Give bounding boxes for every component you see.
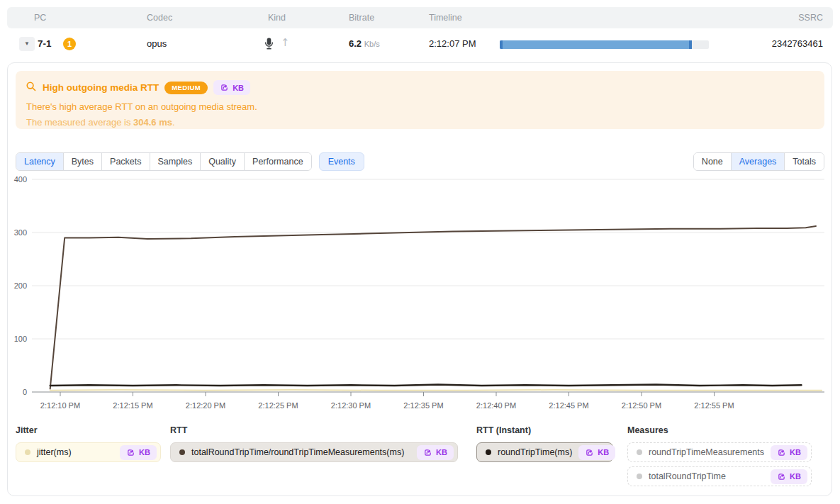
measurements-kb-button[interactable]: KB: [771, 445, 807, 460]
column-header-codec: Codec: [147, 7, 172, 28]
tab-packets[interactable]: Packets: [102, 153, 150, 170]
series-color-dot: [25, 449, 30, 455]
legend-item-rtt-average[interactable]: totalRoundTripTime/roundTripTimeMeasurem…: [170, 442, 458, 462]
chart-toolbar: Latency Bytes Packets Samples Quality Pe…: [16, 152, 824, 171]
issue-count-badge: 1: [63, 38, 76, 50]
codec-value: opus: [147, 38, 167, 49]
series-color-dot: [179, 449, 185, 455]
x-tick-label: 2:12:15 PM: [113, 401, 152, 410]
legend-group-jitter: Jitter jitter(ms) KB: [16, 425, 161, 466]
legend-title: Measures: [627, 425, 812, 435]
alert-kb-button[interactable]: KB: [213, 80, 250, 95]
series-color-dot: [486, 449, 491, 455]
latency-chart: 40030020010002:12:10 PM2:12:15 PM2:12:20…: [0, 174, 840, 418]
metric-tab-group: Latency Bytes Packets Samples Quality Pe…: [16, 152, 312, 171]
tab-totals[interactable]: Totals: [785, 153, 824, 170]
alert-title: High outgoing media RTT: [43, 82, 159, 93]
legend-title: RTT: [170, 425, 458, 435]
x-tick-label: 2:12:40 PM: [476, 401, 516, 410]
column-header-bitrate: Bitrate: [349, 7, 374, 28]
tab-performance[interactable]: Performance: [245, 153, 311, 170]
series-color-dot: [637, 474, 642, 479]
tab-events[interactable]: Events: [319, 152, 364, 171]
legend-item-rtt-measurements[interactable]: roundTripTimeMeasurements KB: [627, 442, 812, 462]
tab-samples[interactable]: Samples: [150, 153, 201, 170]
share-icon: [220, 83, 229, 92]
legend-title: RTT (Instant): [476, 425, 613, 435]
legend-item-label: roundTripTimeMeasurements: [649, 447, 764, 457]
share-icon: [777, 472, 786, 481]
timeline-timestamp: 2:12:07 PM: [429, 38, 476, 49]
share-icon: [423, 448, 432, 457]
series-rtt-instant[interactable]: [50, 385, 802, 386]
severity-badge: MEDIUM: [164, 82, 208, 94]
x-tick-label: 2:12:10 PM: [40, 401, 80, 410]
x-tick-label: 2:12:20 PM: [186, 401, 225, 410]
x-tick-label: 2:12:45 PM: [549, 401, 588, 410]
bitrate-unit: Kb/s: [364, 40, 380, 48]
series-color-dot: [637, 449, 642, 455]
rtt-warning-alert: High outgoing media RTT MEDIUM KB There'…: [16, 71, 824, 129]
jitter-kb-button[interactable]: KB: [120, 445, 157, 460]
legend-group-rtt-instant: RTT (Instant) roundTripTime(ms) KB: [476, 425, 613, 466]
search-icon: [26, 81, 37, 95]
x-tick-label: 2:12:55 PM: [694, 401, 734, 410]
alert-measured-average: The measured average is 304.6 ms.: [26, 117, 814, 128]
legend-item-label: totalRoundTripTime/roundTripTimeMeasurem…: [191, 447, 404, 457]
timeline-start-handle[interactable]: [500, 40, 503, 49]
share-icon: [777, 448, 786, 457]
x-tick-label: 2:12:50 PM: [622, 401, 661, 410]
legend-item-label: jitter(ms): [37, 447, 72, 457]
rtt-instant-kb-button[interactable]: KB: [578, 445, 615, 460]
legend-item-rtt-instant[interactable]: roundTripTime(ms) KB: [476, 442, 613, 462]
series-jitter[interactable]: [50, 390, 822, 391]
legend-item-jitter[interactable]: jitter(ms) KB: [16, 442, 161, 462]
column-header-pc: PC: [34, 7, 46, 28]
column-header-timeline: Timeline: [429, 7, 462, 28]
y-tick-label: 400: [14, 175, 27, 184]
rtt-kb-button[interactable]: KB: [417, 445, 454, 460]
aggregation-tab-group: None Averages Totals: [693, 152, 824, 171]
tab-none[interactable]: None: [694, 153, 732, 170]
pc-id: 7-1: [38, 38, 52, 49]
y-tick-label: 300: [14, 228, 27, 237]
tab-quality[interactable]: Quality: [201, 153, 245, 170]
legend-group-rtt: RTT totalRoundTripTime/roundTripTimeMeas…: [170, 425, 458, 466]
y-tick-label: 0: [23, 388, 27, 396]
stream-table-header: PC Codec Kind Bitrate Timeline SSRC: [7, 7, 833, 28]
series-rtt-average[interactable]: [50, 226, 816, 389]
y-tick-label: 100: [14, 335, 27, 343]
legend-title: Jitter: [16, 425, 161, 435]
tab-bytes[interactable]: Bytes: [64, 153, 102, 170]
stream-table-row: ▼ 7-1 1 opus ↑ 6.2 Kb/s 2:12:07 PM 23427…: [7, 30, 833, 58]
legend-item-total-rtt[interactable]: totalRoundTripTime KB: [627, 466, 812, 486]
x-tick-label: 2:12:30 PM: [331, 401, 371, 410]
y-tick-label: 200: [14, 281, 27, 290]
x-tick-label: 2:12:25 PM: [258, 401, 298, 410]
legend-item-label: totalRoundTripTime: [649, 471, 726, 481]
total-rtt-kb-button[interactable]: KB: [771, 469, 807, 484]
legend-item-label: roundTripTime(ms): [498, 447, 572, 457]
alert-description: There's high average RTT on an outgoing …: [26, 101, 814, 112]
timeline-end-handle[interactable]: [689, 40, 692, 49]
bitrate-value: 6.2 Kb/s: [349, 38, 380, 49]
microphone-icon: [264, 37, 274, 50]
timeline-fill: [500, 40, 692, 49]
collapse-row-button[interactable]: ▼: [19, 37, 35, 51]
x-tick-label: 2:12:35 PM: [403, 401, 443, 410]
legend-group-measures: Measures roundTripTimeMeasurements KB to…: [627, 425, 812, 491]
column-header-kind: Kind: [268, 7, 286, 28]
share-icon: [585, 448, 594, 457]
ssrc-value: 2342763461: [772, 38, 823, 49]
arrow-up-icon: ↑: [281, 36, 290, 49]
tab-latency[interactable]: Latency: [16, 153, 64, 170]
timeline-scrubber[interactable]: [500, 40, 709, 49]
column-header-ssrc: SSRC: [798, 7, 823, 28]
share-icon: [126, 448, 135, 457]
tab-averages[interactable]: Averages: [732, 153, 785, 170]
